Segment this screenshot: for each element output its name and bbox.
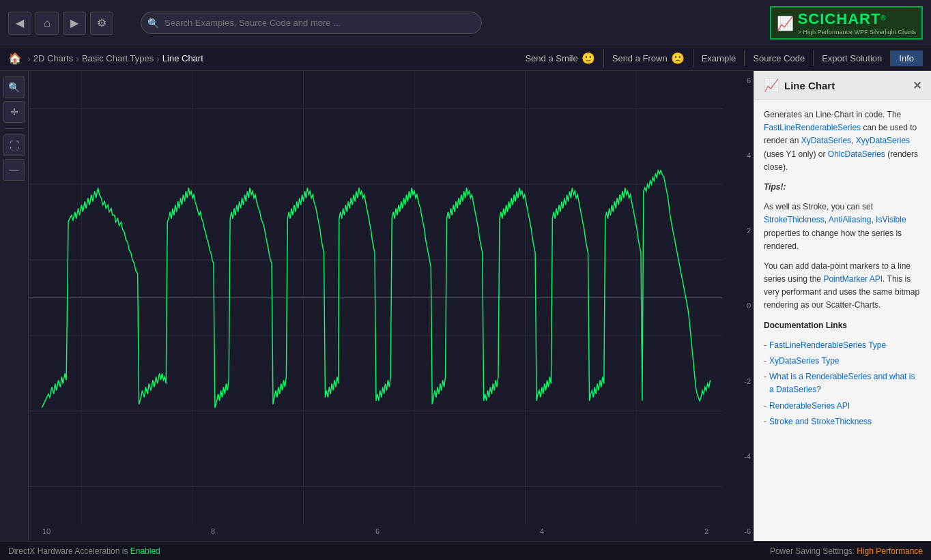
close-button[interactable]: ✕	[913, 79, 921, 92]
source-code-button[interactable]: Source Code	[745, 50, 814, 66]
doc-link-2[interactable]: What is a RenderableSeries and what is a…	[769, 370, 921, 396]
pan-tool-button[interactable]: ✛	[3, 101, 25, 123]
y-label-neg4: -4	[725, 452, 751, 460]
status-text: DirectX Hardware Acceleration is	[8, 546, 130, 556]
breadcrumb-sep-2: ›	[156, 53, 160, 64]
logo-text: SCICHART	[798, 10, 881, 27]
status-high-perf: High Performance	[857, 546, 923, 556]
zoom-tool-button[interactable]: 🔍	[3, 76, 25, 98]
doc-link-item-2: - What is a RenderableSeries and what is…	[764, 370, 921, 396]
info-panel-title: Line Chart	[784, 80, 835, 91]
x-axis: 10 8 6 4 2	[29, 525, 722, 541]
alias-link[interactable]: AntiAliasing	[829, 215, 872, 224]
desc-text-4: (uses Y1 only) or	[764, 149, 828, 159]
chart-svg	[29, 71, 722, 525]
left-toolbar: 🔍 ✛ ⛶ —	[0, 71, 29, 541]
logo-box: 📈 SCICHART® > High Performance WPF Silve…	[770, 6, 923, 40]
x-label-4: 4	[540, 527, 544, 538]
example-label: Example	[702, 53, 736, 63]
breadcrumb-sep-0: ›	[27, 53, 31, 64]
xyy-link[interactable]: XyyDataSeries	[856, 136, 910, 145]
doc-link-item-1: - XyDataSeries Type	[764, 355, 921, 368]
fast-link[interactable]: FastLineRenderableSeries	[764, 123, 861, 132]
send-frown-button[interactable]: Send a Frown 🙁	[604, 49, 693, 68]
tool-separator	[5, 128, 24, 129]
smile-icon: 🙂	[582, 52, 595, 65]
visible-link[interactable]: IsVisible	[876, 215, 906, 224]
y-axis: 6 4 2 0 -2 -4 -6	[722, 71, 754, 541]
chart-container: 6 4 2 0 -2 -4 -6 10 8 6 4 2	[29, 71, 754, 541]
frown-label: Send a Frown	[612, 53, 668, 63]
description-paragraph: Generates an Line-Chart in code. The Fas…	[764, 108, 921, 174]
doc-link-item-0: - FastLineRenderableSeries Type	[764, 339, 921, 352]
search-bar: 🔍	[141, 12, 482, 34]
info-title-row: 📈 Line Chart	[764, 78, 835, 93]
status-enabled: Enabled	[130, 546, 160, 556]
tips-paragraph-1: As well as Stroke, you can set StrokeThi…	[764, 201, 921, 253]
zoom-minus-button[interactable]: —	[3, 159, 25, 181]
breadcrumb-sep-1: ›	[76, 53, 79, 64]
y-label-neg2: -2	[725, 377, 751, 385]
doc-link-1[interactable]: XyDataSeries Type	[769, 355, 840, 368]
x-label-6: 6	[375, 527, 379, 538]
chart-line	[42, 171, 710, 408]
source-code-label: Source Code	[753, 53, 805, 63]
breadcrumb-actions: Send a Smile 🙂 Send a Frown 🙁 Example So…	[517, 49, 923, 68]
status-power-text: Power Saving Settings:	[770, 546, 857, 556]
top-toolbar: ◀ ⌂ ▶ ⚙ 🔍 📈 SCICHART® > High Performance…	[0, 0, 931, 46]
search-icon: 🔍	[147, 18, 159, 29]
search-input[interactable]	[141, 12, 482, 34]
stroke-link[interactable]: StrokeThickness	[764, 215, 825, 224]
xy-link[interactable]: XyDataSeries	[801, 136, 851, 145]
docs-title: Documentation Links	[764, 319, 921, 332]
y-label-2: 2	[725, 226, 751, 235]
smile-label: Send a Smile	[525, 53, 577, 63]
info-body: Generates an Line-Chart in code. The Fas…	[754, 100, 931, 439]
y-label-4: 4	[725, 151, 751, 160]
breadcrumb-2d-charts[interactable]: 2D Charts	[33, 53, 74, 63]
forward-button[interactable]: ▶	[63, 12, 86, 35]
status-left: DirectX Hardware Acceleration is Enabled	[8, 546, 770, 556]
back-button[interactable]: ◀	[8, 12, 31, 35]
tips-text-1: As well as Stroke, you can set	[764, 202, 873, 211]
status-right: Power Saving Settings: High Performance	[770, 546, 923, 556]
doc-link-item-3: - RenderableSeries API	[764, 400, 921, 413]
ohlc-link[interactable]: OhlcDataSeries	[828, 149, 885, 159]
info-label: Info	[899, 53, 914, 63]
home-button[interactable]: ⌂	[35, 12, 59, 35]
logo-icon: 📈	[777, 15, 794, 31]
marker-link[interactable]: PointMarker API	[823, 274, 883, 284]
y-label-0: 0	[725, 301, 751, 310]
fit-tool-button[interactable]: ⛶	[3, 134, 25, 156]
doc-link-0[interactable]: FastLineRenderableSeries Type	[769, 339, 886, 352]
logo-subtitle: > High Performance WPF Silverlight Chart…	[798, 29, 916, 35]
doc-link-4[interactable]: Stroke and StrokeThickness	[769, 415, 872, 428]
info-panel: 📈 Line Chart ✕ Generates an Line-Chart i…	[754, 71, 931, 541]
y-label-neg6: -6	[725, 527, 751, 535]
status-bar: DirectX Hardware Acceleration is Enabled…	[0, 541, 931, 560]
info-panel-header: 📈 Line Chart ✕	[754, 71, 931, 100]
breadcrumb-line-chart: Line Chart	[162, 53, 203, 63]
tips-label: Tips!:	[764, 181, 921, 194]
nav-buttons: ◀ ⌂ ▶ ⚙	[8, 12, 113, 35]
logo-registered: ®	[880, 14, 885, 22]
logo-area: 📈 SCICHART® > High Performance WPF Silve…	[770, 6, 923, 40]
x-label-2: 2	[704, 527, 708, 538]
export-solution-button[interactable]: Export Solution	[814, 50, 891, 66]
frown-icon: 🙁	[671, 52, 685, 65]
x-label-10: 10	[42, 527, 51, 538]
send-smile-button[interactable]: Send a Smile 🙂	[517, 49, 603, 68]
breadcrumb-home[interactable]: 🏠	[8, 52, 22, 65]
desc-text-3: ,	[851, 136, 856, 145]
y-label-6: 6	[725, 76, 751, 85]
x-label-8: 8	[211, 527, 215, 538]
doc-link-3[interactable]: RenderableSeries API	[769, 400, 850, 413]
breadcrumb-bar: 🏠 › 2D Charts › Basic Chart Types › Line…	[0, 46, 931, 71]
tips-paragraph-2: You can add data-point markers to a line…	[764, 260, 921, 312]
info-button[interactable]: Info	[891, 50, 923, 66]
example-button[interactable]: Example	[693, 50, 745, 66]
desc-text-1: Generates an Line-Chart in code. The	[764, 110, 901, 119]
breadcrumb-basic-chart-types[interactable]: Basic Chart Types	[82, 53, 154, 63]
chart-icon: 📈	[764, 78, 779, 93]
settings-button[interactable]: ⚙	[90, 12, 113, 35]
